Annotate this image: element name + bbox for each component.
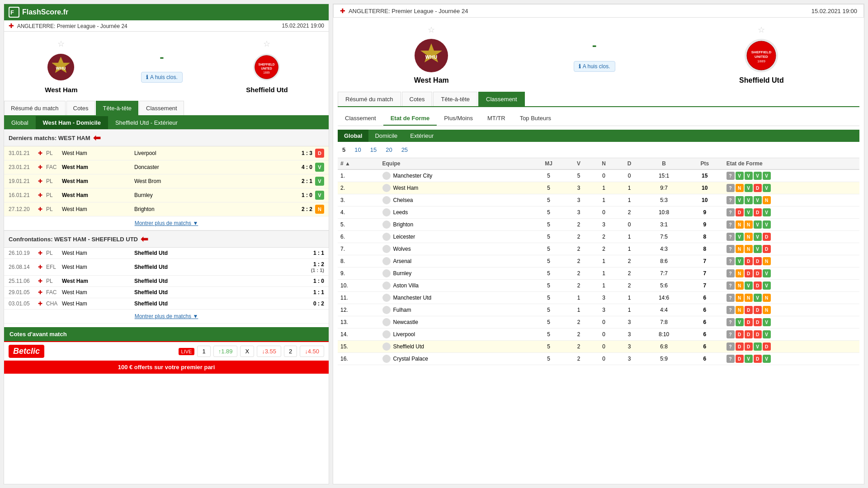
competition-label: ANGLETERRE: Premier League - Journée 24 [17,23,127,29]
pts-cell: 15 [686,169,724,182]
home-team-block: ☆ WHU West Ham [45,39,77,94]
table-row: 15. Sheffield Utd 5 2 0 3 6:8 6 ?DDVD [338,341,859,353]
form-badge-D: D [754,318,762,326]
mini-logo [382,306,391,314]
home-star-icon[interactable]: ☆ [57,39,65,49]
csub-tab-classement[interactable]: Classement [338,112,383,126]
col-v: V [566,158,591,169]
col-equipe: Equipe [380,158,531,169]
promo-bar[interactable]: 100 € offerts sur votre premier pari [4,361,329,374]
away-cell: West Brom [134,178,207,184]
right-tab-cotes[interactable]: Cotes [402,92,433,106]
home-cell: West Ham [62,192,134,198]
conf-home: West Ham [62,278,134,284]
col-n: N [591,158,616,169]
b-cell: 5:3 [642,194,686,206]
form-badge-V: V [754,294,762,302]
num-filter-20[interactable]: 20 [381,145,396,155]
odd-btn-x[interactable]: X [240,346,254,357]
form-badge-D: D [736,343,744,351]
right-tab-resume[interactable]: Résumé du match [338,92,401,106]
site-logo: F FlashScore.fr [9,7,68,18]
odd-btn-2[interactable]: 2 [284,346,297,357]
mini-logo [382,282,391,290]
csub-tab-top[interactable]: Top Buteurs [513,112,558,126]
odd-btn-189[interactable]: ↑1.89 [213,346,238,357]
classement-table: # ▲ Equipe MJ V N D B Pts Etat de Forme … [338,158,859,365]
svg-text:UNITED: UNITED [755,55,768,59]
form-cell: ?DVDV [724,206,859,219]
away-star-icon[interactable]: ☆ [263,39,270,49]
sub-tab-west-ham-domicile[interactable]: West Ham - Domicile [36,116,108,129]
tab-cotes[interactable]: Cotes [66,101,95,115]
rank-cell: 3. [338,194,380,206]
result-badge: N [315,205,324,214]
form-cell: ?NNVV [724,219,859,231]
d-cell: 3 [617,328,642,341]
csub-tab-plus[interactable]: Plus/Moins [437,112,480,126]
n-cell: 1 [591,182,616,194]
home-cell: West Ham [62,178,134,184]
num-filter-25[interactable]: 25 [397,145,412,155]
num-filter-5[interactable]: 5 [338,145,350,155]
form-sub-global[interactable]: Global [338,130,368,142]
table-row: 14. Liverpool 5 2 0 3 8:10 6 ?DDDV [338,328,859,341]
right-closed-label: A huis clos. [583,63,610,70]
d-cell: 2 [617,267,642,280]
conf-date: 25.11.06 [9,278,38,284]
closed-label: A huis clos. [150,74,178,80]
conf-score: 1 : 1 [313,250,324,256]
form-badge-V: V [754,172,762,180]
logo-icon: F [9,7,19,18]
sub-tab-sheffield-ext[interactable]: Sheffield Utd - Extérieur [108,116,185,129]
odd-btn-450[interactable]: ↓4.50 [300,346,324,357]
right-away-star[interactable]: ☆ [758,25,765,35]
team-name: Leeds [393,209,408,216]
right-tab-tete[interactable]: Tête-à-tête [433,92,477,106]
tab-classement[interactable]: Classement [139,101,184,115]
sub-tab-global[interactable]: Global [4,116,36,129]
num-filter-10[interactable]: 10 [350,145,365,155]
form-sub-domicile[interactable]: Domicile [368,130,404,142]
num-filter-row: 5 10 15 20 25 [338,142,859,158]
odd-btn-355[interactable]: ↓3.55 [257,346,281,357]
tab-tete[interactable]: Tête-à-tête [96,101,138,115]
d-cell: 2 [617,255,642,267]
d-cell: 1 [617,231,642,243]
form-cell: ?VDDV [724,316,859,328]
tab-resume[interactable]: Résumé du match [4,101,66,115]
form-badge-D: D [745,318,753,326]
right-tab-classement[interactable]: Classement [478,92,525,106]
flag-icon: ✚ [38,206,45,212]
d-cell: 1 [617,182,642,194]
odds-label: Cotes d'avant match [9,331,67,338]
csub-tab-etat[interactable]: Etat de Forme [383,112,437,126]
show-more-matches[interactable]: Montrer plus de matchs ▼ [4,216,329,230]
svg-text:F: F [10,9,14,16]
conf-home: West Ham [62,264,134,270]
csub-tab-mt[interactable]: MT/TR [480,112,513,126]
competition-flag: ✚ [9,22,14,29]
form-badge-D: D [745,330,753,338]
right-home-star[interactable]: ☆ [428,25,435,35]
mini-logo [382,257,391,265]
b-cell: 14:6 [642,292,686,304]
v-cell: 3 [566,194,591,206]
pts-cell: 9 [686,206,724,219]
mini-logo [382,318,391,326]
conf-comp: PL [46,278,62,284]
rank-cell: 4. [338,206,380,219]
result-badge: V [315,163,324,172]
red-arrow-icon: ⬅ [93,132,101,143]
conf-comp: FAC [46,289,62,296]
odd-btn-1[interactable]: 1 [197,346,210,357]
form-badge-V: V [736,233,744,241]
form-sub-exterieur[interactable]: Extérieur [404,130,440,142]
num-filter-15[interactable]: 15 [366,145,381,155]
conf-date: 26.08.14 [9,264,38,270]
v-cell: 1 [566,292,591,304]
form-badge-D: D [763,343,771,351]
team-cell: Aston Villa [380,280,531,292]
n-cell: 0 [591,328,616,341]
show-more-conf[interactable]: Montrer plus de matchs ▼ [4,310,329,324]
